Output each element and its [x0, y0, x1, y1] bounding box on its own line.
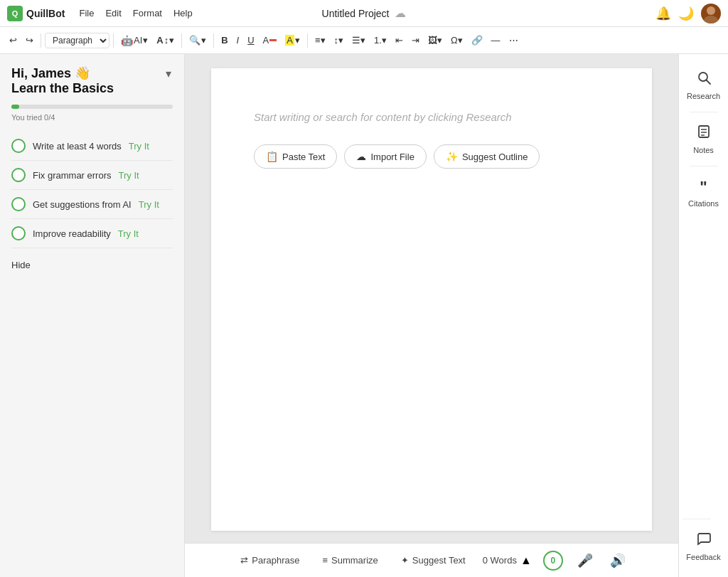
- menu-format[interactable]: Format: [133, 8, 162, 18]
- task-item-ai: Get suggestions from AI Try It: [11, 190, 173, 219]
- paraphrase-button[interactable]: ⇄ Paraphrase: [235, 551, 305, 569]
- dark-mode-icon[interactable]: 🌙: [678, 6, 694, 21]
- suggest-text-label: Suggest Text: [412, 555, 466, 566]
- main-content: Hi, James 👋 Learn the Basics ▾ You tried…: [0, 54, 728, 577]
- topbar: Q QuillBot File Edit Format Help Untitle…: [0, 0, 728, 27]
- italic-button[interactable]: I: [233, 33, 243, 48]
- task-check-ai: [11, 197, 26, 211]
- divider-button[interactable]: —: [488, 33, 504, 48]
- sidebar-item-research[interactable]: Research: [679, 61, 728, 109]
- paraphrase-label: Paraphrase: [252, 555, 299, 566]
- more-options-button[interactable]: ⋯: [505, 33, 522, 48]
- feedback-area: Feedback: [682, 516, 724, 570]
- sidebar-item-citations[interactable]: " Citations: [679, 169, 728, 216]
- task-item-grammar: Fix grammar errors Try It: [11, 161, 173, 190]
- task-label-ai: Get suggestions from AI: [33, 199, 132, 210]
- bottom-bar: ⇄ Paraphrase ≡ Summarize ✦ Suggest Text …: [185, 543, 678, 577]
- summarize-icon: ≡: [322, 555, 328, 566]
- import-icon: ☁: [356, 151, 366, 162]
- highlight-button[interactable]: A▾: [282, 33, 304, 48]
- topbar-right-actions: 🔔 🌙: [655, 4, 721, 23]
- task-try-readability[interactable]: Try It: [118, 228, 139, 239]
- right-sidebar: Research Notes " Citations: [678, 54, 728, 577]
- speaker-button[interactable]: 🔊: [607, 550, 628, 571]
- summarize-button[interactable]: ≡ Summarize: [316, 551, 383, 569]
- editor-area: Start writing or search for content by c…: [185, 54, 678, 577]
- cloud-sync-icon: ☁: [395, 6, 406, 20]
- hide-button[interactable]: Hide: [11, 260, 31, 270]
- editor-placeholder: Start writing or search for content by c…: [254, 111, 609, 123]
- undo-button[interactable]: ↩: [6, 33, 21, 48]
- font-color-button[interactable]: A: [259, 33, 281, 48]
- user-avatar[interactable]: [701, 4, 721, 23]
- insert-image-button[interactable]: 🖼▾: [424, 33, 446, 48]
- line-height-button[interactable]: ↕▾: [331, 33, 348, 48]
- text-align-button[interactable]: ≡▾: [311, 33, 329, 48]
- redo-button[interactable]: ↪: [22, 33, 37, 48]
- task-label-grammar: Fix grammar errors: [33, 170, 112, 181]
- notifications-icon[interactable]: 🔔: [655, 6, 671, 21]
- menu-help[interactable]: Help: [173, 8, 193, 18]
- special-chars-button[interactable]: Ω▾: [447, 33, 466, 48]
- notes-label: Notes: [693, 146, 714, 154]
- notes-icon: [696, 124, 712, 143]
- import-file-button[interactable]: ☁ Import File: [344, 144, 426, 169]
- learn-basics-title: Learn the Basics: [11, 81, 114, 96]
- paragraph-style-select[interactable]: Paragraph Heading 1 Heading 2: [45, 33, 109, 48]
- sidebar-item-notes[interactable]: Notes: [679, 115, 728, 163]
- paste-text-label: Paste Text: [282, 152, 325, 162]
- menu-edit[interactable]: Edit: [105, 8, 121, 18]
- menu-file[interactable]: File: [79, 8, 94, 18]
- sidebar-divider: [690, 166, 718, 166]
- svg-point-1: [704, 16, 718, 23]
- list-button[interactable]: ☰▾: [348, 33, 369, 48]
- link-button[interactable]: 🔗: [468, 33, 486, 48]
- word-count-badge: 0: [543, 551, 563, 571]
- quillbot-logo-icon: Q: [7, 6, 23, 21]
- bold-button[interactable]: B: [218, 33, 231, 48]
- progress-bar: [11, 105, 19, 109]
- suggest-outline-button[interactable]: ✨ Suggest Outline: [434, 144, 540, 169]
- sidebar-collapse-button[interactable]: ▾: [164, 65, 173, 82]
- progress-bar-container: [11, 105, 173, 109]
- project-title[interactable]: Untitled Project: [322, 8, 390, 19]
- task-item-readability: Improve readability Try It: [11, 219, 173, 248]
- ordered-list-button[interactable]: 1.▾: [370, 33, 390, 48]
- font-size-button[interactable]: A↕▾: [153, 33, 178, 48]
- feedback-icon: [696, 531, 712, 550]
- task-try-write[interactable]: Try It: [129, 141, 149, 152]
- indent-button[interactable]: ⇥: [408, 33, 423, 48]
- suggest-text-button[interactable]: ✦ Suggest Text: [395, 551, 471, 569]
- task-label-readability: Improve readability: [33, 228, 111, 239]
- title-area: Untitled Project ☁: [322, 6, 407, 20]
- outdent-button[interactable]: ⇤: [392, 33, 407, 48]
- word-count-chevron[interactable]: ▲: [520, 554, 532, 567]
- ai-button[interactable]: 🤖AI▾: [117, 33, 151, 48]
- toolbar-separator: [113, 33, 114, 48]
- menu-bar: File Edit Format Help: [79, 8, 192, 18]
- logo-area: Q QuillBot: [7, 6, 65, 21]
- research-icon: [696, 70, 712, 89]
- paste-text-button[interactable]: 📋 Paste Text: [254, 144, 337, 169]
- editor-paper[interactable]: Start writing or search for content by c…: [211, 68, 652, 531]
- progress-label: You tried 0/4: [11, 113, 173, 122]
- task-label-write: Write at least 4 words: [33, 141, 122, 152]
- toolbar-separator: [41, 33, 41, 48]
- microphone-button[interactable]: 🎤: [574, 550, 596, 571]
- toolbar-separator: [181, 33, 182, 48]
- word-count-area: 0 Words ▲: [483, 554, 532, 567]
- sidebar-item-feedback[interactable]: Feedback: [682, 522, 724, 570]
- import-file-label: Import File: [370, 152, 414, 162]
- paste-icon: 📋: [266, 151, 278, 162]
- spell-check-button[interactable]: 🔍▾: [186, 33, 210, 48]
- task-check-write: [11, 139, 26, 153]
- word-count-text: 0 Words: [483, 555, 517, 566]
- toolbar-separator: [307, 33, 308, 48]
- task-check-grammar: [11, 168, 26, 182]
- task-check-readability: [11, 226, 26, 240]
- underline-button[interactable]: U: [244, 33, 257, 48]
- learn-basics-sidebar: Hi, James 👋 Learn the Basics ▾ You tried…: [0, 54, 185, 577]
- greeting-text: Hi, James 👋: [11, 65, 114, 81]
- task-try-ai[interactable]: Try It: [139, 199, 159, 210]
- task-try-grammar[interactable]: Try It: [119, 170, 139, 181]
